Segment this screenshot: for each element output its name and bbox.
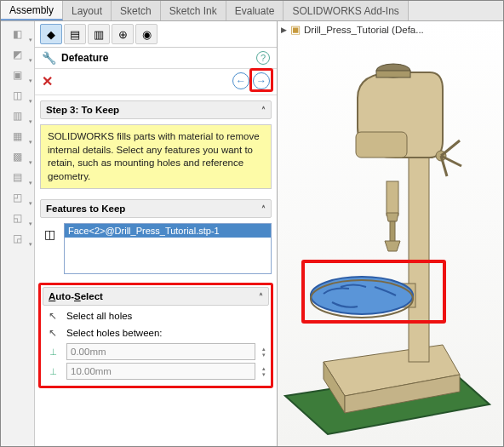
left-toolbar: ◧ ◩ ▣ ◫ ▥ ▦ ▩ ▤ ◰ ◱ ◲ xyxy=(1,21,35,446)
assembly-name: Drill_Press_Tutorial (Defa... xyxy=(304,25,424,35)
svg-line-17 xyxy=(441,140,460,156)
min-hole-input[interactable] xyxy=(66,343,255,360)
panel-title: Defeature xyxy=(61,52,256,64)
pm-tab-display[interactable]: ▥ xyxy=(88,24,110,44)
svg-rect-13 xyxy=(356,132,407,158)
next-step-button[interactable]: → xyxy=(253,72,270,89)
chevron-up-icon: ˄ xyxy=(259,292,263,301)
step-header[interactable]: Step 3: To Keep ˄ xyxy=(40,100,272,119)
tab-layout[interactable]: Layout xyxy=(63,1,112,20)
tool-5[interactable]: ▥ xyxy=(5,106,31,125)
drill-press-model[interactable] xyxy=(281,38,494,446)
assembly-icon: ▣ xyxy=(290,23,301,36)
tool-7[interactable]: ▩ xyxy=(5,147,31,166)
flyout-tree[interactable]: ▶ ▣ Drill_Press_Tutorial (Defa... xyxy=(281,23,424,36)
tool-8[interactable]: ▤ xyxy=(5,168,31,186)
tool-9[interactable]: ◰ xyxy=(5,188,31,207)
pm-tab-feature[interactable]: ◆ xyxy=(40,24,62,44)
tool-2[interactable]: ◩ xyxy=(5,45,31,64)
tool-6[interactable]: ▦ xyxy=(5,127,31,146)
tab-evaluate[interactable]: Evaluate xyxy=(226,1,284,20)
cursor-icon: ↖ xyxy=(46,326,60,340)
step-info-text: SOLIDWORKS fills parts with material to … xyxy=(40,124,272,189)
tab-sketch-ink[interactable]: Sketch Ink xyxy=(161,1,226,20)
face-icon: ◫ xyxy=(40,225,59,244)
chevron-up-icon: ˄ xyxy=(261,204,266,214)
min-spinner[interactable]: ▴▾ xyxy=(262,346,266,358)
command-tab-bar: Assembly Layout Sketch Sketch Ink Evalua… xyxy=(1,1,503,21)
select-all-holes-button[interactable]: Select all holes xyxy=(66,311,132,321)
tab-assembly[interactable]: Assembly xyxy=(1,1,63,20)
svg-rect-4 xyxy=(409,132,429,362)
tab-addins[interactable]: SOLIDWORKS Add-Ins xyxy=(284,1,408,20)
max-hole-input[interactable] xyxy=(66,363,255,380)
tool-10[interactable]: ◱ xyxy=(5,209,31,227)
svg-rect-15 xyxy=(376,71,410,77)
graphics-viewport[interactable]: ▶ ▣ Drill_Press_Tutorial (Defa... xyxy=(278,21,503,446)
chevron-up-icon: ˄ xyxy=(261,106,266,115)
tool-1[interactable]: ◧ xyxy=(5,25,31,43)
svg-rect-9 xyxy=(387,181,398,215)
auto-select-header[interactable]: Auto-Select ˄ xyxy=(43,287,269,306)
features-header[interactable]: Features to Keep ˄ xyxy=(40,199,272,218)
auto-select-title: Auto-Select xyxy=(49,291,103,301)
highlight-auto-select: Auto-Select ˄ ↖ Select all holes ↖ Selec… xyxy=(38,283,273,388)
features-list[interactable]: Face<2>@Drill_Press_Tutorial.stp-1 xyxy=(64,223,272,274)
svg-marker-12 xyxy=(385,241,400,251)
cursor-icon: ↖ xyxy=(46,309,60,323)
svg-marker-10 xyxy=(387,213,398,221)
pm-tab-config[interactable]: ▤ xyxy=(64,24,86,44)
step-title: Step 3: To Keep xyxy=(46,105,119,115)
tool-11[interactable]: ◲ xyxy=(5,229,31,248)
features-title: Features to Keep xyxy=(46,203,125,214)
prev-step-button[interactable]: ← xyxy=(232,72,249,89)
tool-4[interactable]: ◫ xyxy=(5,86,31,105)
pm-tab-appearance[interactable]: ◉ xyxy=(135,24,158,44)
svg-point-7 xyxy=(311,277,413,314)
max-spinner[interactable]: ▴▾ xyxy=(262,365,266,377)
min-dim-icon: ⟂ xyxy=(46,346,60,358)
pm-tab-target[interactable]: ⊕ xyxy=(112,24,134,44)
expand-icon[interactable]: ▶ xyxy=(281,26,287,34)
panel-tab-icons: ◆ ▤ ▥ ⊕ ◉ xyxy=(35,21,277,48)
property-manager: ◆ ▤ ▥ ⊕ ◉ 🔧 Defeature ? ✕ ← → Step 3: To… xyxy=(35,21,278,446)
cancel-button[interactable]: ✕ xyxy=(42,73,53,89)
feature-item[interactable]: Face<2>@Drill_Press_Tutorial.stp-1 xyxy=(65,224,271,238)
defeature-icon: 🔧 xyxy=(42,51,56,65)
tab-sketch[interactable]: Sketch xyxy=(112,1,161,20)
select-holes-between-button[interactable]: Select holes between: xyxy=(66,328,163,338)
svg-rect-11 xyxy=(390,221,395,242)
max-dim-icon: ⟂ xyxy=(46,365,60,377)
help-icon[interactable]: ? xyxy=(256,51,270,65)
tool-3[interactable]: ▣ xyxy=(5,66,31,84)
